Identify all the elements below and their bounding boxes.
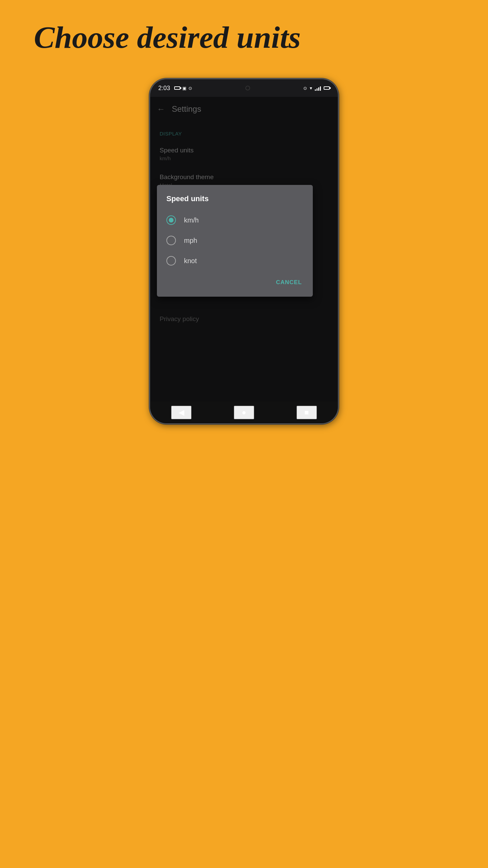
signal-icon: [315, 85, 321, 91]
radio-kmh-label: km/h: [184, 216, 199, 224]
camera-dot: [245, 86, 250, 90]
status-bar-right: ⊙ ▾: [303, 85, 330, 91]
phone-frame: 2:03 ▣ ⊙ ⊙ ▾: [149, 78, 339, 424]
status-bar: 2:03 ▣ ⊙ ⊙ ▾: [150, 79, 338, 97]
radio-kmh-circle: [166, 215, 176, 225]
dialog-title: Speed units: [157, 194, 313, 210]
battery-icon: [174, 86, 180, 90]
bottom-nav: ◀ ● ■: [150, 402, 338, 423]
status-time: 2:03: [158, 85, 170, 92]
nav-recent-button[interactable]: ■: [297, 406, 317, 419]
cancel-button[interactable]: CANCEL: [272, 276, 306, 289]
sync-icon: ⊙: [188, 86, 192, 91]
status-icons-left: ▣ ⊙: [174, 86, 192, 91]
radio-knot-circle: [166, 256, 176, 266]
radio-mph-label: mph: [184, 237, 197, 245]
sim-icon: ▣: [182, 86, 186, 91]
speed-units-dialog: Speed units km/h mph: [157, 185, 313, 297]
radio-knot-label: knot: [184, 257, 197, 265]
battery-main-icon: [324, 86, 330, 90]
location-icon: ⊙: [303, 86, 307, 91]
radio-knot[interactable]: knot: [157, 251, 313, 271]
dialog-actions: CANCEL: [157, 271, 313, 291]
status-bar-left: 2:03 ▣ ⊙: [158, 85, 192, 92]
nav-back-button[interactable]: ◀: [171, 406, 191, 419]
page-title: Choose desired units: [0, 0, 488, 75]
wifi-icon: ▾: [310, 85, 312, 91]
radio-mph[interactable]: mph: [157, 230, 313, 251]
camera-area: [245, 86, 250, 90]
app-content: ← Settings DISPLAY Speed units km/h Back…: [150, 97, 338, 402]
radio-kmh-inner: [169, 218, 174, 223]
modal-overlay: Speed units km/h mph: [150, 97, 338, 402]
radio-kmh[interactable]: km/h: [157, 210, 313, 230]
radio-mph-circle: [166, 236, 176, 245]
nav-home-button[interactable]: ●: [234, 406, 254, 419]
